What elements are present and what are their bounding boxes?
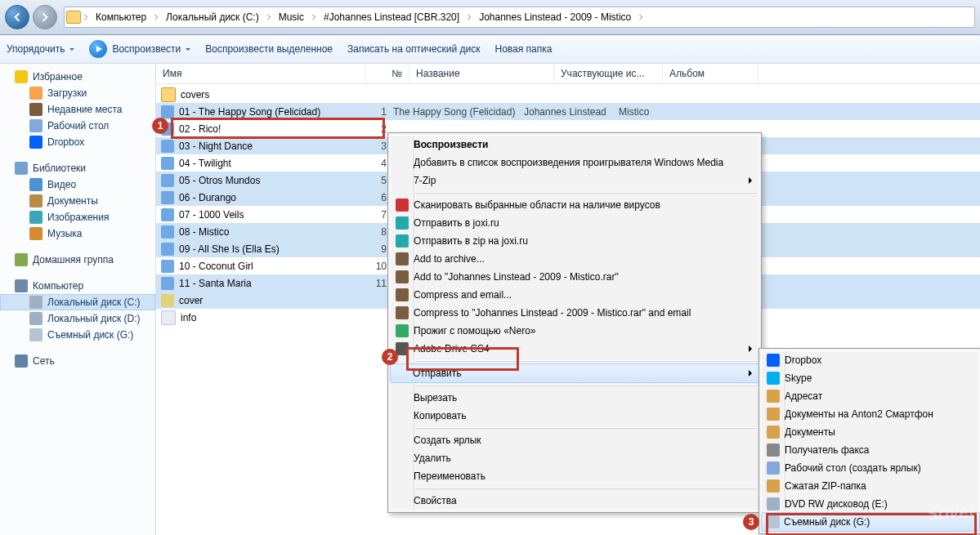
col-number[interactable]: № [366,64,409,83]
menu-item-label: Рабочий стол (создать ярлык) [785,462,979,474]
menu-item-label: Адресат [785,390,979,402]
sidebar-item-label: Съемный диск (G:) [47,329,133,341]
col-title[interactable]: Название [409,64,554,83]
sidebar-favorites[interactable]: Избранное [0,69,155,85]
file-row[interactable]: 01 - The Happy Song (Felicidad)1The Happ… [156,103,980,120]
chevron-right-icon[interactable] [464,8,474,26]
menu-item[interactable]: Dropbox [762,351,979,369]
menu-item[interactable]: Создать ярлык [391,431,758,449]
sidebar-item-icon [29,211,43,224]
music-icon [161,157,174,170]
organize-button[interactable]: Упорядочить [7,43,74,55]
crumb[interactable]: Music [274,8,309,26]
menu-item[interactable]: Add to "Johannes Linstead - 2009 - Misti… [391,268,758,286]
menu-item[interactable]: Рабочий стол (создать ярлык) [762,459,979,477]
menu-item-label: 7-Zip [414,175,758,186]
sidebar-item-label: Локальный диск (C:) [47,296,141,308]
sidebar-item[interactable]: Недавние места [0,101,155,118]
watermark: Sovet [925,501,976,525]
sidebar-item-icon [29,136,43,149]
sidebar-item-label: Недавние места [47,104,122,115]
badge-2: 2 [382,349,398,365]
menu-item[interactable]: Сканировать выбранные области на наличие… [391,196,758,214]
menu-item[interactable]: Adobe Drive CS4 [391,340,758,358]
menu-item[interactable]: Compress to "Johannes Linstead - 2009 - … [391,304,758,322]
menu-item[interactable]: Копировать [391,407,758,425]
chevron-right-icon[interactable] [264,8,274,26]
menu-item[interactable]: Добавить в список воспроизведения проигр… [391,154,758,172]
menu-item[interactable]: 7-Zip [391,172,758,189]
menu-item[interactable]: Сжатая ZIP-папка [762,477,979,495]
menu-item[interactable]: Документы [762,423,979,441]
sidebar-item[interactable]: Локальный диск (D:) [0,310,155,327]
sidebar-item-label: Dropbox [47,136,84,148]
menu-item[interactable]: Вырезать [391,389,758,407]
menu-item[interactable]: Документы на Anton2 Смартфон [762,405,979,423]
sidebar-item[interactable]: Рабочий стол [0,118,155,134]
menu-item-icon [391,288,414,301]
menu-item[interactable]: Add to archive... [391,250,758,268]
chevron-right-icon[interactable] [636,8,646,26]
menu-item[interactable]: Получатель факса [762,441,979,459]
crumb[interactable]: Компьютер [91,8,151,26]
play-button[interactable]: Воспроизвести [89,40,190,58]
menu-item[interactable]: Свойства [391,492,758,510]
context-menu: ВоспроизвестиДобавить в список воспроизв… [387,132,762,513]
sidebar-item[interactable]: Dropbox [0,134,155,150]
menu-item-label: Прожиг с помощью «Nero» [414,325,758,337]
sidebar-homegroup[interactable]: Домашняя группа [0,252,155,268]
col-album[interactable]: Альбом [663,64,758,83]
sidebar-item[interactable]: Видео [0,176,155,193]
sidebar-item-label: Музыка [47,228,82,239]
crumb[interactable]: #Johannes Linstead [CBR.320] [319,8,464,26]
menu-item-label: Воспроизвести [414,139,758,150]
location-icon [66,10,81,25]
menu-item[interactable]: Отправить [390,363,759,383]
chevron-right-icon[interactable] [309,8,319,26]
menu-item[interactable]: Переименовать [391,467,758,485]
nav-back-button[interactable] [5,5,29,29]
menu-item[interactable]: Воспроизвести [391,136,758,154]
menu-item-label: Skype [785,372,979,384]
sidebar-network[interactable]: Сеть [0,353,155,369]
play-selection-button[interactable]: Воспроизвести выделенное [205,43,333,55]
new-folder-button[interactable]: Новая папка [495,43,553,55]
menu-item[interactable]: Отправить в zip на joxi.ru [391,232,758,250]
menu-item[interactable]: Отправить в joxi.ru [391,214,758,232]
breadcrumb[interactable]: Компьютер Локальный диск (C:) Music #Joh… [64,7,975,28]
burn-button[interactable]: Записать на оптический диск [347,43,481,55]
menu-item-label: Compress and email... [414,289,758,301]
crumb[interactable]: Johannes Linstead - 2009 - Mistico [474,8,636,26]
music-icon [161,243,174,256]
sidebar-libraries[interactable]: Библиотеки [0,160,155,176]
toolbar: Упорядочить Воспроизвести Воспроизвести … [0,35,980,64]
file-row[interactable]: covers [156,86,980,103]
menu-item[interactable]: Compress and email... [391,286,758,304]
sidebar-computer[interactable]: Компьютер [0,278,155,294]
menu-item[interactable]: Удалить [391,449,758,467]
menu-item-label: Отправить в joxi.ru [414,217,758,229]
menu-item[interactable]: Прожиг с помощью «Nero» [391,322,758,340]
sidebar-item[interactable]: Съемный диск (G:) [0,327,155,343]
file-name: 04 - Twilight [179,158,357,169]
menu-item[interactable]: Адресат [762,387,979,405]
sidebar-item-label: Загрузки [47,87,87,99]
menu-item[interactable]: Skype [762,369,979,387]
sidebar-item[interactable]: Музыка [0,225,155,242]
crumb[interactable]: Локальный диск (C:) [161,8,264,26]
sidebar-item[interactable]: Изображения [0,209,155,225]
sidebar-item[interactable]: Документы [0,193,155,209]
menu-item-icon [762,372,785,385]
menu-item-label: Документы [785,426,979,438]
music-icon [161,174,174,187]
sidebar-item[interactable]: Загрузки [0,85,155,101]
sidebar-item[interactable]: Локальный диск (C:) [0,294,155,310]
file-name: cover [179,295,357,306]
nav-forward-button[interactable] [33,5,57,29]
chevron-right-icon[interactable] [151,8,161,26]
col-name[interactable]: Имя [156,64,366,83]
chevron-right-icon[interactable] [81,8,91,26]
submenu-arrow-icon [749,177,752,184]
file-name: 03 - Night Dance [179,140,357,152]
col-artist[interactable]: Участвующие ис... [554,64,663,83]
